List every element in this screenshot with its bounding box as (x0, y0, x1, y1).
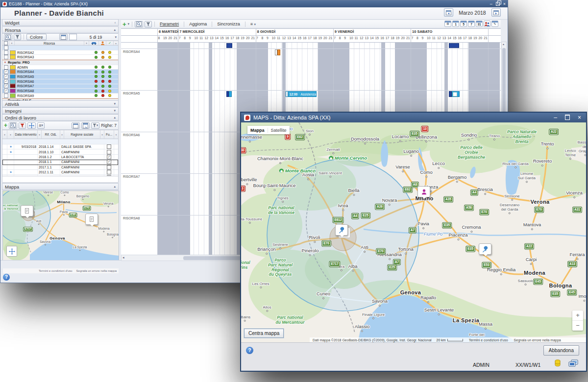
resource-row[interactable]: ✓RISORSA7 (2, 84, 118, 89)
calendar-settings-icon[interactable]: ⚙ (444, 21, 451, 27)
pushpin-marker[interactable] (479, 243, 491, 255)
collapse-odl-icon[interactable]: ▴ (114, 116, 116, 119)
people-view-icon[interactable] (484, 21, 490, 27)
resource-row[interactable]: RISORSA3 (2, 55, 118, 60)
preview-icon[interactable] (4, 34, 12, 40)
calendar-edit-icon[interactable]: ✎ (491, 21, 498, 27)
odl-row[interactable]: »2012.1.11CAMPANINI (2, 170, 118, 175)
terms-link[interactable]: Termini e condizioni d'uso (39, 269, 73, 272)
resource-row[interactable]: ADMIN (2, 65, 118, 70)
gantt-bar[interactable] (229, 91, 232, 97)
help-icon[interactable]: ? (3, 274, 10, 281)
collapse-sidebar-icon[interactable]: ‹ (115, 21, 116, 24)
gantt-bar[interactable] (226, 43, 232, 48)
add-icon[interactable]: + (4, 122, 7, 129)
add-dropdown-icon[interactable]: ▾ (128, 22, 130, 26)
menu-icon[interactable]: ≡ ▾ (37, 122, 45, 129)
hour-header-label: 12 (360, 36, 364, 40)
resource-row[interactable]: ✓RISORSA6 (2, 79, 118, 84)
odl-panel-header[interactable]: Ordini di lavoro ▴ (2, 114, 119, 121)
view-week-icon[interactable]: 7 (468, 21, 475, 27)
view-month-icon[interactable]: 31 (476, 21, 483, 27)
gantt-bar[interactable] (452, 91, 460, 97)
aggiorna-button[interactable]: Aggiorna (187, 21, 209, 27)
gantt-bar[interactable] (449, 43, 459, 48)
resource-row[interactable]: RISORSA9 (2, 94, 118, 98)
resource-table-header[interactable]: ▾ Risorsa ▾ ✓ ▴ (2, 41, 119, 46)
scrollbar-thumb[interactable] (502, 48, 506, 121)
sincronizza-button[interactable]: Sincronizza (215, 21, 243, 27)
restore-icon[interactable] (496, 1, 500, 7)
sort-filter-icon[interactable]: ▾ (91, 122, 100, 129)
map-label: Bologna (549, 283, 572, 289)
mappa-panel-header[interactable]: Mappa ▴ (2, 183, 119, 190)
abbandona-button[interactable]: Abbandona (543, 345, 579, 356)
odl-row[interactable]: »9/03/20182018.1.14DALLE SASSE SPA (2, 144, 118, 149)
resource-row[interactable]: ✓RISORSA5 (2, 74, 118, 79)
terms-link[interactable]: Termini e condizioni d'uso (469, 338, 508, 342)
odl-row[interactable]: 2017.1.1CAMPANINI (2, 165, 118, 170)
close-icon[interactable]: × (503, 2, 506, 6)
minimize-icon[interactable]: – (554, 115, 557, 120)
collapse-risorsa-icon[interactable]: ▴ (114, 28, 116, 32)
preview-icon[interactable] (135, 21, 143, 27)
impegni-panel-header[interactable]: Impegni ▾ (2, 107, 119, 114)
maximize-icon[interactable] (565, 115, 570, 121)
filter-active-icon[interactable] (19, 122, 26, 129)
window-icon[interactable] (81, 122, 90, 129)
resource-row-empty[interactable] (2, 46, 118, 50)
centra-mappa-button[interactable]: Centra mappa (244, 329, 284, 338)
close-icon[interactable]: × (578, 115, 581, 120)
zoom-out-button[interactable]: − (572, 321, 583, 331)
odl-row-empty[interactable] (2, 139, 118, 144)
expand-impegni-icon[interactable]: ▾ (114, 109, 116, 113)
map-type-mappa[interactable]: Mappa (247, 128, 268, 133)
expand-attivita-icon[interactable]: ▾ (114, 102, 116, 106)
odl-row[interactable]: 2018.1.1CAMPANINI✓ (2, 160, 118, 165)
odl-row[interactable]: »2018.1.10CAMPANINI (2, 149, 118, 154)
filter-icon[interactable] (14, 34, 21, 40)
filter-icon[interactable] (145, 21, 152, 27)
risorsa-panel-header[interactable]: Risorsa ▴ (2, 26, 119, 33)
report-error-link[interactable]: Segnala un errore nella mappa (76, 269, 117, 272)
zoom-in-button[interactable]: + (572, 310, 583, 321)
gantt-bar[interactable] (277, 49, 280, 55)
map-canvas[interactable]: AnnemasseSionRodanoChamonix-Mont-BlancZe… (241, 122, 586, 343)
colore-button[interactable]: Colore (26, 34, 47, 40)
parametri-button[interactable]: Parametri (157, 21, 181, 27)
road-badge: E35 (442, 223, 451, 228)
gantt-bar[interactable] (449, 91, 452, 97)
month-prev-button[interactable] (444, 8, 453, 17)
resource-row[interactable]: ✓RISORSA4 (2, 70, 118, 74)
collapse-mappa-icon[interactable]: ▴ (114, 185, 116, 189)
month-next-button[interactable] (491, 8, 501, 17)
map-type-satellite[interactable]: Satellite (268, 128, 290, 133)
document-marker[interactable] (21, 205, 33, 216)
add-icon[interactable]: + (122, 21, 126, 28)
odl-row[interactable]: 2018.1.2LA BOCCETTA✓ (2, 155, 118, 160)
document-marker[interactable] (85, 214, 98, 225)
widget-panel-header[interactable]: Widget ‹ (2, 19, 119, 26)
resource-group-row[interactable]: ▼Reparto: PRO (2, 60, 118, 65)
person-marker[interactable] (417, 186, 430, 197)
resource-row[interactable]: RISORSA2 (2, 50, 118, 55)
view-workweek-icon[interactable]: 5 (460, 21, 467, 27)
preview-icon[interactable] (9, 122, 17, 129)
pushpin-marker[interactable] (335, 224, 348, 236)
dropdown-icon[interactable]: ▾ (115, 35, 117, 39)
menu-icon[interactable]: ≡ ▾ (248, 21, 258, 27)
scroll-up-icon[interactable]: ▴ (503, 42, 504, 46)
calendar-icon[interactable] (59, 34, 68, 40)
view-day-icon[interactable]: 1 (452, 21, 459, 27)
odl-table-header[interactable]: ▾ ▾ Data intervento ▾ Rif. OdL ▾ Ragione… (2, 130, 119, 139)
calendar-icon[interactable] (72, 122, 80, 129)
scroll-left-icon[interactable]: ◂ (122, 256, 124, 260)
resource-row[interactable]: ✓RISORSA8 (2, 89, 118, 94)
help-icon[interactable]: ? (246, 347, 253, 354)
report-error-link[interactable]: Segnala un errore nella mappa (514, 338, 561, 342)
move-icon[interactable] (27, 122, 36, 129)
minimize-icon[interactable]: – (490, 2, 492, 6)
gantt-bar[interactable]: 12:00Assistenza (286, 91, 317, 97)
attivita-panel-header[interactable]: Attività ▾ (2, 100, 119, 107)
pan-map-icon[interactable] (6, 246, 17, 257)
